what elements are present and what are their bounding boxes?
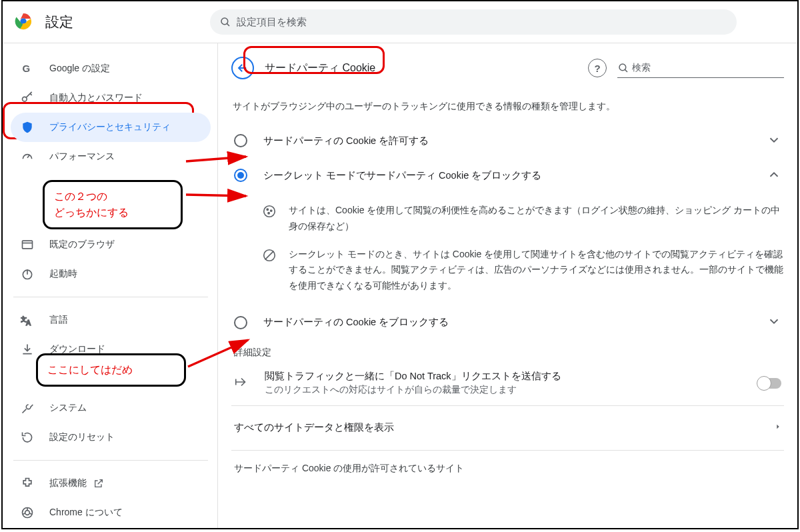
svg-point-18 [267,209,268,210]
svg-line-22 [265,251,274,259]
sidebar-item-label: 自動入力とパスワード [49,92,143,104]
sidebar-item-default-browser[interactable]: 既定のブラウザ [11,230,211,259]
dnt-row[interactable]: 閲覧トラフィックと一緒に「Do Not Track」リクエストを送信する このリ… [231,364,784,403]
topbar: 設定 設定項目を検索 [3,1,797,43]
dnt-subtitle: このリクエストへの対応はサイトが自らの裁量で決定します [265,384,561,396]
section-search-input[interactable]: 検索 [617,58,784,78]
svg-text:G: G [23,63,31,74]
svg-rect-7 [23,241,33,249]
sidebar-item-label: プライバシーとセキュリティ [49,121,171,133]
sidebar-item-language[interactable]: 文A 言語 [11,305,211,335]
main-content: サードパーティ Cookie ? 検索 サイトがブラウジング中のユーザーのトラッ… [217,43,797,528]
radio-icon [234,134,247,147]
svg-point-19 [271,210,272,211]
sidebar-item-extensions[interactable]: 拡張機能 [11,469,211,498]
all-site-data-label: すべてのサイトデータと権限を表示 [234,421,394,434]
info-text: サイトは、Cookie を使用して閲覧の利便性を高めることができます（ログイン状… [289,203,784,235]
download-icon [20,342,35,357]
sidebar-item-label: 既定のブラウザ [49,239,115,251]
svg-line-6 [27,155,29,158]
radio-label: シークレット モードでサードパーティ Cookie をブロックする [263,169,541,182]
svg-text:A: A [26,319,31,327]
svg-point-14 [25,511,30,515]
question-mark-icon: ? [594,63,600,74]
sidebar-item-label: 起動時 [49,268,77,280]
sidebar-item-label: Chrome について [49,507,123,519]
extension-icon [20,476,35,491]
sidebar-item-label: 拡張機能 [49,477,87,489]
open-arrow [775,421,781,434]
section-search-placeholder: 検索 [632,62,651,74]
dnt-title: 閲覧トラフィックと一緒に「Do Not Track」リクエストを送信する [265,370,561,383]
sidebar-item-label: 設定のリセット [49,431,115,443]
dnt-toggle[interactable] [757,378,781,389]
reset-icon [20,430,35,445]
help-button[interactable]: ? [588,59,607,77]
search-icon [219,16,231,28]
wrench-icon [20,401,35,415]
sidebar-item-system[interactable]: システム [11,393,211,423]
advanced-label: 詳細設定 [234,347,784,359]
send-icon [234,375,250,391]
chevron-down-icon [767,314,781,329]
svg-point-2 [221,18,228,25]
page-section-title: サードパーティ Cookie [263,59,377,78]
block-icon [262,248,278,265]
info-row-cookie: サイトは、Cookie を使用して閲覧の利便性を高めることができます（ログイン状… [262,197,784,241]
expand-button[interactable] [767,133,781,149]
cookie-icon [262,204,278,221]
svg-point-17 [264,206,275,217]
info-text: シークレット モードのとき、サイトは Cookie を使用して関連サイトを含む他… [289,247,784,294]
translate-icon: 文A [20,313,35,327]
chrome-small-icon [20,505,35,520]
top-search-input[interactable]: 設定項目を検索 [210,9,737,35]
svg-line-16 [625,69,627,72]
main-header: サードパーティ Cookie ? 検索 [231,53,784,82]
radio-block-incognito[interactable]: シークレット モードでサードパーティ Cookie をブロックする [231,158,784,193]
shield-icon [20,120,35,135]
sidebar-item-label: システム [49,402,87,414]
sidebar-item-label: 言語 [49,314,68,326]
external-link-icon [93,478,104,489]
dnt-text: 閲覧トラフィックと一緒に「Do Not Track」リクエストを送信する このリ… [265,370,561,396]
top-search-placeholder: 設定項目を検索 [237,16,307,29]
sidebar-divider [13,297,208,297]
sidebar-item-startup[interactable]: 起動時 [11,259,211,289]
radio-icon [234,316,247,329]
radio-label: サードパーティの Cookie を許可する [263,135,429,147]
sidebar-item-label: Google の設定 [49,63,110,75]
row-divider [231,405,784,406]
expand-button[interactable] [767,314,781,331]
svg-point-20 [268,213,269,214]
chrome-icon [15,13,32,32]
google-g-icon: G [20,61,35,76]
speedometer-icon [20,149,35,164]
sidebar-item-label: パフォーマンス [49,151,115,163]
settings-window: 設定 設定項目を検索 G Google の設定 自動入力とパスワード プライバシ… [1,0,799,529]
back-button[interactable] [231,57,254,79]
radio-icon-selected [234,169,247,182]
sidebar-item-about[interactable]: Chrome について [11,498,211,527]
body-layout: G Google の設定 自動入力とパスワード プライバシーとセキュリティ パフ… [3,43,797,528]
svg-point-15 [619,64,626,71]
collapse-button[interactable] [767,167,781,184]
chevron-down-icon [767,133,781,147]
svg-point-5 [23,97,27,101]
sidebar-item-privacy[interactable]: プライバシーとセキュリティ [11,113,211,142]
svg-line-3 [227,23,229,26]
section-intro: サイトがブラウジング中のユーザーのトラッキングに使用できる情報の種類を管理します… [233,101,784,113]
chevron-up-icon [767,167,781,182]
sidebar-item-reset[interactable]: 設定のリセット [11,423,211,452]
radio-allow-cookies[interactable]: サードパーティの Cookie を許可する [231,123,784,158]
row-divider [231,450,784,451]
page-title: 設定 [45,13,73,31]
sidebar-item-performance[interactable]: パフォーマンス [11,142,211,171]
sidebar-item-autofill[interactable]: 自動入力とパスワード [11,83,211,113]
allowed-sites-label: サードパーティ Cookie の使用が許可されているサイト [234,463,784,475]
browser-icon [20,237,35,252]
annotation-choose-one: この２つの どっちかにする [43,180,183,229]
key-icon [20,91,35,105]
all-site-data-row[interactable]: すべてのサイトデータと権限を表示 [231,409,784,447]
radio-block-all[interactable]: サードパーティの Cookie をブロックする [231,305,784,340]
sidebar-item-google[interactable]: G Google の設定 [11,54,211,83]
